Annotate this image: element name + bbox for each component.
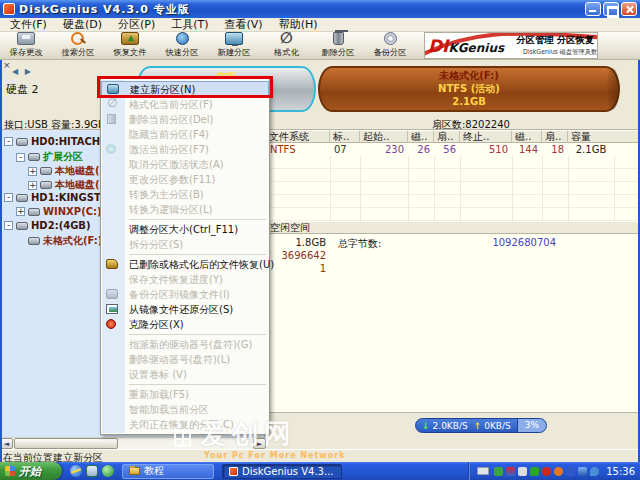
maximize-button[interactable] (603, 2, 619, 16)
col-header-head2[interactable]: 磁.. (512, 130, 542, 143)
col-header-sector2[interactable]: 扇.. (542, 130, 568, 143)
expand-icon[interactable]: - (16, 153, 25, 162)
menu-item-cancel-active-status[interactable]: 取消分区激活状态(A) (101, 157, 269, 172)
expand-icon[interactable]: + (28, 181, 37, 190)
menu-view[interactable]: 查看(V) (217, 18, 271, 32)
menu-item-convert-to-primary[interactable]: 转换为主分区(B) (101, 187, 269, 202)
expand-icon[interactable]: - (4, 221, 13, 230)
menu-item-close-recovering-partition[interactable]: 关闭正在恢复的分区(C) (101, 417, 269, 432)
menu-item-restore-partition-from-image[interactable]: 从镜像文件还原分区(S) (101, 302, 269, 317)
tree-item-winxp-c[interactable]: + WINXP(C:) (16, 206, 102, 217)
expand-icon[interactable]: - (4, 193, 13, 202)
trash-icon (333, 32, 344, 45)
scrollbar-thumb[interactable] (14, 438, 118, 449)
menu-file[interactable]: 文件(F) (2, 18, 55, 32)
menu-item-reload[interactable]: 重新加载(F5) (101, 387, 269, 402)
tray-icon[interactable] (494, 467, 503, 476)
unformatted-partition-bar[interactable]: 未格式化(F:) NTFS (活动) 2.1GB (318, 66, 620, 112)
start-button[interactable]: 开始 (0, 462, 62, 480)
menu-item-remove-drive-letter[interactable]: 删除驱动器号(盘符)(L) (101, 352, 269, 367)
taskbar-button-tutorial[interactable]: 教程 (122, 464, 214, 479)
save-icon (17, 32, 35, 45)
tree-item-unformatted-f[interactable]: 未格式化(F:) (28, 234, 102, 248)
bottom-strip: ↓ 2.0KB/S ↑ 0KB/S 3% (266, 412, 640, 449)
menu-item-clone-partition[interactable]: 克隆分区(X) (101, 317, 269, 332)
activate-icon (106, 144, 116, 154)
scroll-right-arrow[interactable]: ► (253, 438, 266, 449)
tray-icon[interactable] (554, 467, 563, 476)
quicklaunch-show-desktop-icon[interactable] (86, 465, 98, 477)
menu-item-recover-deleted-files[interactable]: 已删除或格式化后的文件恢复(U) (101, 257, 269, 272)
format-button[interactable]: 格式化 (260, 32, 312, 59)
minimize-button[interactable] (585, 2, 601, 16)
col-header-start[interactable]: 起始.. (360, 130, 408, 143)
brand-subtitle: DiskGenius 磁盘管理及数据恢复软件 (523, 48, 598, 57)
disk-nav-arrows[interactable]: ◀ ▶ (12, 67, 33, 76)
col-header-capacity[interactable]: 容量 (568, 130, 614, 143)
menu-item-smart-load-current-partition[interactable]: 智能加载当前分区 (101, 402, 269, 417)
menu-item-split-partition[interactable]: 拆分分区(S) (101, 237, 269, 252)
menu-item-delete-current-partition[interactable]: 删除当前分区(Del) (101, 112, 269, 127)
disk-sector-count: 扇区数:8202240 (432, 118, 510, 132)
menu-item-activate-current-partition[interactable]: 激活当前分区(F7) (101, 142, 269, 157)
delete-partition-button[interactable]: 删除分区 (312, 32, 364, 59)
panel-close-icon[interactable]: × (3, 60, 11, 70)
col-header-filesystem[interactable]: 文件系统 (266, 130, 330, 143)
new-partition-button[interactable]: 新建分区 (208, 32, 260, 59)
menu-item-change-partition-params[interactable]: 更改分区参数(F11) (101, 172, 269, 187)
free-space-sectors: 3696642 (266, 250, 326, 261)
menu-item-set-volume-label[interactable]: 设置卷标 (V) (101, 367, 269, 382)
expand-icon[interactable]: + (28, 167, 37, 176)
recover-files-button[interactable]: 恢复文件 (104, 32, 156, 59)
volume-icon (40, 167, 52, 175)
tray-icon[interactable] (518, 467, 527, 476)
menu-item-convert-to-logical[interactable]: 转换为逻辑分区(L) (101, 202, 269, 217)
free-space-size: 1.8GB (266, 237, 326, 248)
tray-icon[interactable] (578, 467, 587, 476)
disk-icon (16, 138, 28, 146)
tree-item-extended-partition[interactable]: - 扩展分区 (16, 150, 83, 164)
window-title: DiskGenius V4.3.0 专业版 (19, 2, 190, 17)
menu-help[interactable]: 帮助(H) (271, 18, 326, 32)
table-row[interactable]: NTFS 07 230 26 56 510 144 18 2.1GB (266, 143, 640, 156)
taskbar: 开始 教程 DiskGenius V4.3... 15:36 (0, 462, 640, 480)
tray-icon[interactable] (530, 467, 539, 476)
disk-info-bar: 接口:USB 容量:3.9GB (4005MB) 扇区数:8202240 (0, 117, 640, 130)
partition-table-panel: 文件系统 标.. 起始.. 磁.. 扇.. 终止.. 磁.. 扇.. 容量 NT… (266, 130, 640, 412)
col-header-flag[interactable]: 标.. (330, 130, 360, 143)
menu-partition[interactable]: 分区(P) (110, 18, 163, 32)
quicklaunch-media-icon[interactable] (102, 465, 114, 477)
menu-item-hide-current-partition[interactable]: 隐藏当前分区(F4) (101, 127, 269, 142)
menu-harddisk[interactable]: 硬盘(D) (55, 18, 110, 32)
menu-item-save-recovery-progress[interactable]: 保存文件恢复进度(Y) (101, 272, 269, 287)
menu-item-assign-drive-letter[interactable]: 指派新的驱动器号(盘符)(G) (101, 337, 269, 352)
expand-icon[interactable]: - (4, 137, 13, 146)
menu-tools[interactable]: 工具(T) (163, 18, 216, 32)
backup-partition-button[interactable]: 备份分区 (364, 32, 416, 59)
expand-icon[interactable]: + (16, 207, 25, 216)
diskgenius-icon (229, 467, 238, 476)
tray-icon[interactable] (542, 467, 551, 476)
windows-flag-icon (5, 466, 15, 476)
taskbar-button-diskgenius[interactable]: DiskGenius V4.3... (222, 464, 342, 479)
close-button[interactable] (621, 2, 637, 16)
keyboard-layout-icon[interactable] (477, 467, 489, 475)
save-changes-button[interactable]: 保存更改 (0, 32, 52, 59)
tray-icon[interactable] (566, 467, 575, 476)
quick-partition-button[interactable]: 快速分区 (156, 32, 208, 59)
free-space-section-header: 空闲空间 (266, 221, 640, 234)
col-header-head1[interactable]: 磁.. (408, 130, 434, 143)
menu-item-resize-partition[interactable]: 调整分区大小(Ctrl_F11) (101, 222, 269, 237)
tray-icon[interactable] (506, 467, 515, 476)
volume-icon (28, 237, 40, 245)
search-partition-button[interactable]: 搜索分区 (52, 32, 104, 59)
tray-icon[interactable] (590, 467, 599, 476)
menu-item-format-current-partition[interactable]: 格式化当前分区(F) (101, 97, 269, 112)
tree-item-hd2[interactable]: - HD2:(4GB) (4, 220, 91, 231)
volume-icon (40, 181, 52, 189)
quicklaunch-ie-icon[interactable] (70, 465, 82, 477)
volume-icon (28, 208, 40, 216)
tree-horizontal-scrollbar[interactable]: ◄ ► (0, 437, 266, 449)
scroll-left-arrow[interactable]: ◄ (0, 438, 13, 449)
menu-item-backup-partition-to-image[interactable]: 备份分区到镜像文件(I) (101, 287, 269, 302)
